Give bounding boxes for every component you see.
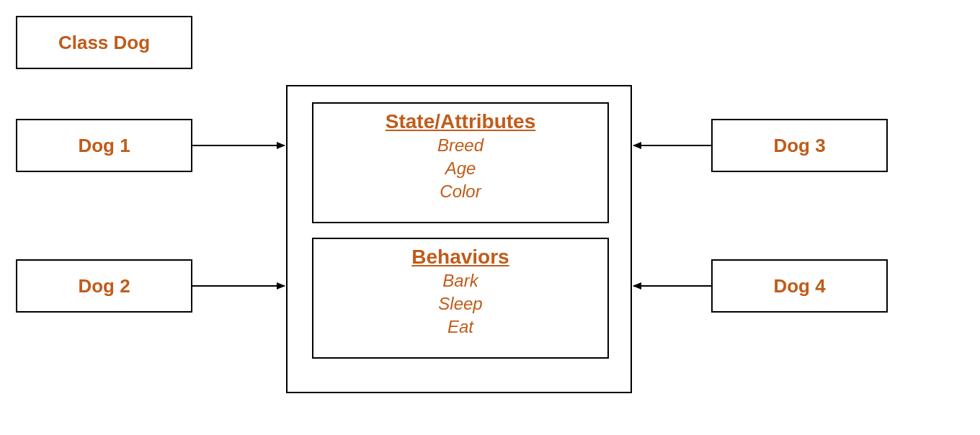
- instance-label-dog4: Dog 4: [773, 275, 825, 297]
- instance-box-dog4: Dog 4: [711, 259, 888, 313]
- behaviors-title: Behaviors: [321, 245, 600, 269]
- class-box: Class Dog: [16, 16, 192, 69]
- attribute-item-2: Color: [321, 180, 600, 203]
- attributes-box: State/Attributes Breed Age Color: [312, 102, 609, 223]
- attribute-item-1: Age: [321, 157, 600, 180]
- behavior-item-1: Sleep: [321, 292, 600, 315]
- class-box-label: Class Dog: [58, 32, 150, 54]
- instance-label-dog2: Dog 2: [78, 275, 130, 297]
- behavior-item-0: Bark: [321, 269, 600, 292]
- instance-label-dog1: Dog 1: [78, 135, 130, 157]
- behavior-item-2: Eat: [321, 315, 600, 338]
- instance-box-dog2: Dog 2: [16, 259, 192, 313]
- attribute-item-0: Breed: [321, 134, 600, 157]
- class-detail-container: State/Attributes Breed Age Color Behavio…: [286, 85, 632, 393]
- instance-label-dog3: Dog 3: [773, 135, 825, 157]
- attributes-title: State/Attributes: [321, 109, 600, 134]
- instance-box-dog1: Dog 1: [16, 119, 192, 172]
- behaviors-box: Behaviors Bark Sleep Eat: [312, 238, 609, 359]
- instance-box-dog3: Dog 3: [711, 119, 888, 172]
